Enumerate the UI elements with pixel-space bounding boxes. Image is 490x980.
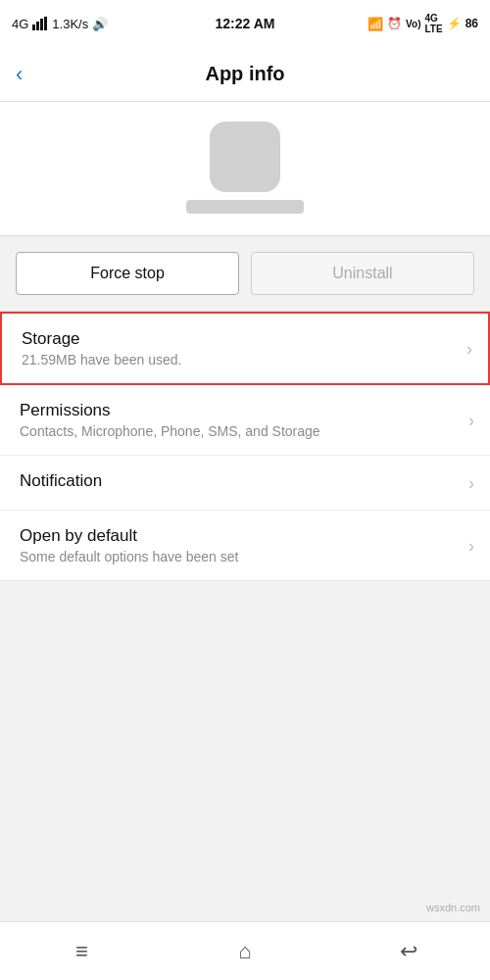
app-icon-area <box>0 102 490 236</box>
speed-text: 1.3K/s <box>52 17 88 31</box>
charging-icon: ⚡ <box>447 17 462 30</box>
nav-back-button[interactable]: ↩ <box>369 922 448 980</box>
list-item-permissions[interactable]: Permissions Contacts, Microphone, Phone,… <box>0 385 490 456</box>
bluetooth-icon: 📶 <box>368 17 383 31</box>
open-by-default-title: Open by default <box>20 526 443 546</box>
battery-level: 86 <box>466 17 478 30</box>
svg-rect-0 <box>32 24 35 30</box>
svg-rect-2 <box>40 19 43 30</box>
permissions-title: Permissions <box>20 401 443 420</box>
action-buttons-area: Force stop Uninstall <box>0 236 490 312</box>
volte-label: Vo) <box>406 19 420 29</box>
signal-bars-icon <box>32 17 48 30</box>
storage-subtitle: 21.59MB have been used. <box>22 352 441 368</box>
nav-menu-button[interactable]: ≡ <box>42 922 121 980</box>
chevron-right-icon: › <box>468 472 474 493</box>
page-title: App info <box>205 63 284 85</box>
permissions-subtitle: Contacts, Microphone, Phone, SMS, and St… <box>20 423 443 439</box>
storage-title: Storage <box>22 329 441 349</box>
status-bar: 4G 1.3K/s 🔊 12:22 AM 📶 ⏰ Vo) 4GLTE ⚡ 86 <box>0 0 490 47</box>
app-header: ‹ App info <box>0 47 490 102</box>
svg-rect-3 <box>44 17 47 30</box>
chevron-right-icon: › <box>468 535 474 556</box>
uninstall-button[interactable]: Uninstall <box>251 252 474 295</box>
force-stop-button[interactable]: Force stop <box>16 252 239 295</box>
signal-text: 4G <box>12 17 28 31</box>
app-icon <box>210 122 280 192</box>
home-icon: ⌂ <box>238 939 251 964</box>
watermark: wsxdn.com <box>426 902 480 913</box>
status-time: 12:22 AM <box>216 16 275 31</box>
back-button[interactable]: ‹ <box>16 64 23 85</box>
menu-icon: ≡ <box>75 939 88 964</box>
list-item-storage[interactable]: Storage 21.59MB have been used. › <box>0 312 490 385</box>
list-item-notification[interactable]: Notification › <box>0 456 490 511</box>
status-left: 4G 1.3K/s 🔊 <box>12 17 108 31</box>
chevron-right-icon: › <box>468 410 474 430</box>
nav-home-button[interactable]: ⌂ <box>206 922 284 980</box>
chevron-right-icon: › <box>466 338 472 359</box>
lte-label: 4GLTE <box>424 13 442 34</box>
notification-title: Notification <box>20 471 443 491</box>
svg-rect-1 <box>36 22 39 30</box>
back-icon: ↩ <box>400 939 417 964</box>
status-right: 📶 ⏰ Vo) 4GLTE ⚡ 86 <box>368 13 478 34</box>
list-item-open-by-default[interactable]: Open by default Some default options hav… <box>0 511 490 581</box>
settings-list: Storage 21.59MB have been used. › Permis… <box>0 312 490 581</box>
open-by-default-subtitle: Some default options have been set <box>20 549 443 564</box>
bottom-navigation: ≡ ⌂ ↩ <box>0 921 490 980</box>
sound-icon: 🔊 <box>92 17 108 31</box>
alarm-icon: ⏰ <box>387 17 402 30</box>
app-name-placeholder <box>186 200 304 214</box>
